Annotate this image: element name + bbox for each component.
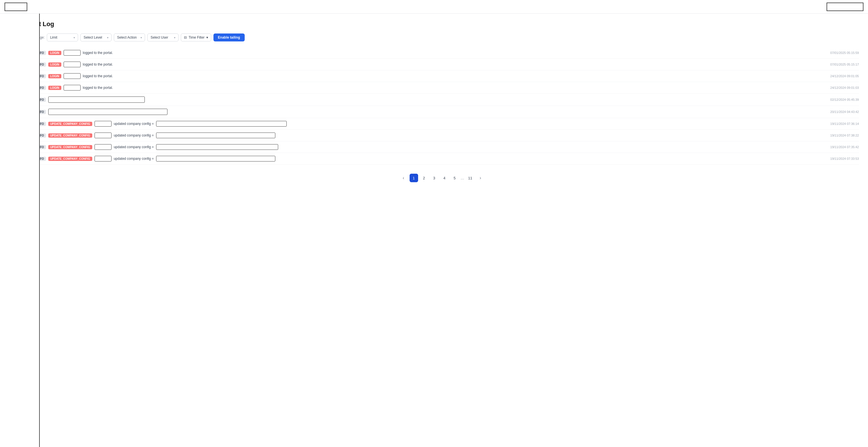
config-redacted-box [156, 121, 287, 127]
action-badge: UPDATE_COMPANY_CONFIG [48, 145, 92, 149]
sidebar-panel [0, 13, 40, 447]
limit-chevron-icon: ▾ [73, 36, 75, 39]
log-detail-redacted [48, 109, 167, 115]
pagination: ‹ 1 2 3 4 5 … 11 › [25, 174, 859, 191]
log-row: CL INFO LOGIN logged to the portal. 07/0… [25, 47, 859, 59]
log-row: CL INFO LOGIN logged to the portal. 24/1… [25, 70, 859, 82]
log-row: CL INFO 20/11/2024 04:43:42 [25, 106, 859, 118]
user-redacted-box [64, 73, 81, 79]
level-chevron-icon: ▾ [107, 36, 108, 39]
config-redacted-box [156, 156, 275, 161]
user-redacted-box [64, 50, 81, 56]
pagination-ellipsis: … [461, 176, 464, 180]
log-row: CL INFO UPDATE_COMPANY_CONFIG updated co… [25, 141, 859, 153]
logo [4, 3, 27, 11]
log-row: CL INFO LOGIN logged to the portal. 07/0… [25, 59, 859, 70]
log-timestamp: 19/11/2024 07:33:53 [830, 157, 859, 160]
action-badge: LOGIN [48, 62, 61, 67]
page-3-button[interactable]: 3 [430, 174, 438, 182]
log-timestamp: 07/01/2025 05:15:59 [830, 51, 859, 55]
log-timestamp: 19/11/2024 07:35:42 [830, 145, 859, 149]
log-row: CL INFO UPDATE_COMPANY_CONFIG updated co… [25, 118, 859, 130]
log-text: updated company config = [114, 157, 154, 161]
action-badge: LOGIN [48, 51, 61, 55]
config-redacted-box [156, 132, 275, 138]
page-1-button[interactable]: 1 [410, 174, 418, 182]
action-badge: UPDATE_COMPANY_CONFIG [48, 157, 92, 161]
log-timestamp: 24/12/2024 09:01:05 [830, 74, 859, 78]
top-header [0, 0, 868, 13]
log-timestamp: 07/01/2025 05:15:17 [830, 63, 859, 66]
log-timestamp: 20/11/2024 04:43:42 [830, 110, 859, 114]
action-select[interactable]: Select Action ▾ [114, 33, 145, 41]
main-content: Audit Log Entry / Page: Limit ▾ Select L… [16, 13, 868, 447]
level-select[interactable]: Select Level ▾ [80, 33, 112, 41]
user-redacted-box [95, 156, 112, 161]
sidebar: ⊞ ↓ ☰ 👤 ✓ ↺ ⊡ [0, 13, 16, 447]
level-label: Select Level [84, 35, 102, 39]
log-text: updated company config = [114, 145, 154, 149]
limit-label: Limit [50, 35, 57, 39]
user-redacted-box [95, 121, 112, 127]
action-badge: LOGIN [48, 86, 61, 90]
header-right-control[interactable] [827, 3, 864, 11]
time-filter-button[interactable]: ⊟ Time Filter ▾ [181, 33, 211, 41]
user-redacted-box [95, 132, 112, 138]
page-2-button[interactable]: 2 [420, 174, 428, 182]
time-filter-chevron-icon: ▾ [206, 35, 208, 39]
time-filter-label: Time Filter [188, 35, 205, 39]
log-timestamp: 02/12/2024 05:45:39 [830, 98, 859, 101]
log-text: logged to the portal. [83, 74, 113, 78]
action-badge: UPDATE_COMPANY_CONFIG [48, 133, 92, 138]
user-redacted-box [64, 85, 81, 91]
prev-page-button[interactable]: ‹ [399, 174, 408, 182]
log-text: updated company config = [114, 133, 154, 137]
filter-icon: ⊟ [184, 35, 187, 39]
user-select[interactable]: Select User ▾ [147, 33, 179, 41]
log-text: logged to the portal. [83, 62, 113, 66]
action-badge: LOGIN [48, 74, 61, 78]
filter-bar: Entry / Page: Limit ▾ Select Level ▾ Sel… [25, 33, 859, 41]
log-timestamp: 19/11/2024 07:36:14 [830, 122, 859, 125]
user-chevron-icon: ▾ [174, 36, 176, 39]
user-label: Select User [150, 35, 168, 39]
main-layout: ⊞ ↓ ☰ 👤 ✓ ↺ ⊡ Audit Log Entry / Page: Li… [0, 13, 868, 447]
config-redacted-box [156, 144, 278, 150]
page-title: Audit Log [25, 21, 859, 28]
action-label: Select Action [117, 35, 136, 39]
log-text: updated company config = [114, 122, 154, 126]
log-timestamp: 19/11/2024 07:38:22 [830, 134, 859, 137]
log-text: logged to the portal. [83, 51, 113, 55]
enable-tailing-button[interactable]: Enable tailing [213, 33, 245, 41]
log-detail-redacted [48, 96, 145, 103]
page-4-button[interactable]: 4 [440, 174, 449, 182]
log-row: CL INFO 02/12/2024 05:45:39 [25, 94, 859, 106]
log-row: CL INFO UPDATE_COMPANY_CONFIG updated co… [25, 130, 859, 141]
log-timestamp: 24/12/2024 09:01:03 [830, 86, 859, 89]
action-chevron-icon: ▾ [141, 36, 142, 39]
log-row: CL INFO UPDATE_COMPANY_CONFIG updated co… [25, 153, 859, 165]
next-page-button[interactable]: › [476, 174, 485, 182]
log-row: CL INFO LOGIN logged to the portal. 24/1… [25, 82, 859, 94]
page-5-button[interactable]: 5 [451, 174, 459, 182]
page-11-button[interactable]: 11 [466, 174, 474, 182]
user-redacted-box [64, 62, 81, 67]
log-table: CL INFO LOGIN logged to the portal. 07/0… [25, 47, 859, 165]
limit-select[interactable]: Limit ▾ [47, 33, 78, 41]
action-badge: UPDATE_COMPANY_CONFIG [48, 122, 92, 126]
log-text: logged to the portal. [83, 86, 113, 90]
user-redacted-box [95, 144, 112, 150]
